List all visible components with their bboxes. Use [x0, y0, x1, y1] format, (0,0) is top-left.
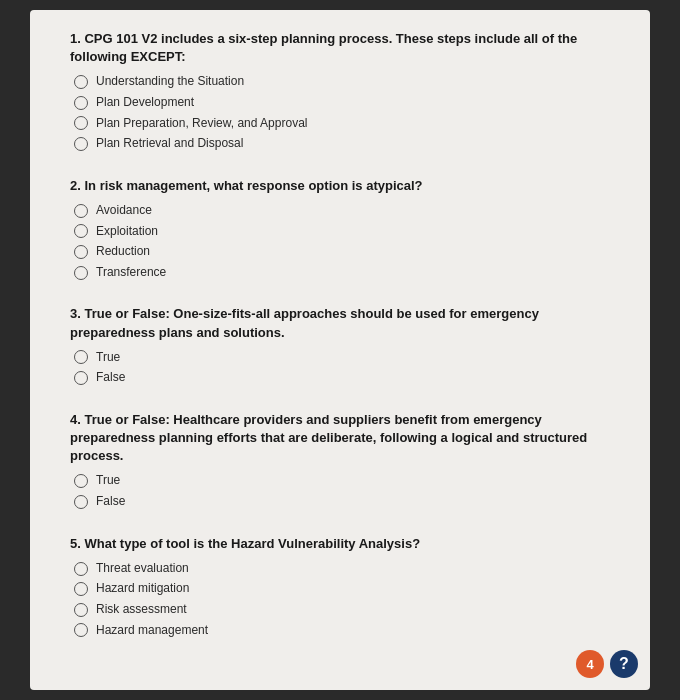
- radio-q1-3[interactable]: [74, 137, 88, 151]
- question-2-text: 2. In risk management, what response opt…: [60, 177, 620, 195]
- question-block-1: 1. CPG 101 V2 includes a six-step planni…: [60, 30, 620, 152]
- radio-q5-3[interactable]: [74, 623, 88, 637]
- divider-1: [60, 170, 620, 171]
- question-block-2: 2. In risk management, what response opt…: [60, 177, 620, 281]
- q2-option-2[interactable]: Reduction: [60, 244, 620, 260]
- q1-option-0[interactable]: Understanding the Situation: [60, 74, 620, 90]
- q5-option-0[interactable]: Threat evaluation: [60, 561, 620, 577]
- question-3-text: 3. True or False: One-size-fits-all appr…: [60, 305, 620, 341]
- badge-container: 4 ?: [576, 650, 638, 678]
- divider-2: [60, 298, 620, 299]
- q2-option-1-label: Exploitation: [96, 224, 158, 240]
- q5-option-2-label: Risk assessment: [96, 602, 187, 618]
- q4-option-1[interactable]: False: [60, 494, 620, 510]
- q3-option-1-label: False: [96, 370, 125, 386]
- badge-question-mark[interactable]: ?: [610, 650, 638, 678]
- question-4-body: True or False: Healthcare providers and …: [70, 412, 587, 463]
- question-5-text: 5. What type of tool is the Hazard Vulne…: [60, 535, 620, 553]
- question-3-number: 3.: [70, 306, 81, 321]
- badge-number[interactable]: 4: [576, 650, 604, 678]
- question-block-5: 5. What type of tool is the Hazard Vulne…: [60, 535, 620, 639]
- q1-option-1-label: Plan Development: [96, 95, 194, 111]
- question-4-number: 4.: [70, 412, 81, 427]
- question-3-body: True or False: One-size-fits-all approac…: [70, 306, 539, 339]
- divider-4: [60, 528, 620, 529]
- question-5-number: 5.: [70, 536, 81, 551]
- page-container: 1. CPG 101 V2 includes a six-step planni…: [30, 10, 650, 690]
- q3-option-1[interactable]: False: [60, 370, 620, 386]
- q5-option-2[interactable]: Risk assessment: [60, 602, 620, 618]
- divider-3: [60, 404, 620, 405]
- q1-option-2[interactable]: Plan Preparation, Review, and Approval: [60, 116, 620, 132]
- q5-option-1[interactable]: Hazard mitigation: [60, 581, 620, 597]
- question-1-number: 1.: [70, 31, 81, 46]
- q1-option-1[interactable]: Plan Development: [60, 95, 620, 111]
- q2-option-2-label: Reduction: [96, 244, 150, 260]
- question-2-body: In risk management, what response option…: [84, 178, 422, 193]
- question-1-text: 1. CPG 101 V2 includes a six-step planni…: [60, 30, 620, 66]
- radio-q5-2[interactable]: [74, 603, 88, 617]
- question-5-body: What type of tool is the Hazard Vulnerab…: [84, 536, 420, 551]
- question-4-text: 4. True or False: Healthcare providers a…: [60, 411, 620, 466]
- radio-q4-1[interactable]: [74, 495, 88, 509]
- radio-q2-1[interactable]: [74, 224, 88, 238]
- q1-option-3[interactable]: Plan Retrieval and Disposal: [60, 136, 620, 152]
- q1-option-2-label: Plan Preparation, Review, and Approval: [96, 116, 307, 132]
- q4-option-1-label: False: [96, 494, 125, 510]
- radio-q4-0[interactable]: [74, 474, 88, 488]
- radio-q5-1[interactable]: [74, 582, 88, 596]
- question-block-4: 4. True or False: Healthcare providers a…: [60, 411, 620, 510]
- q2-option-3-label: Transference: [96, 265, 166, 281]
- q5-option-3[interactable]: Hazard management: [60, 623, 620, 639]
- question-1-body: CPG 101 V2 includes a six-step planning …: [70, 31, 577, 64]
- q5-option-3-label: Hazard management: [96, 623, 208, 639]
- question-2-number: 2.: [70, 178, 81, 193]
- radio-q1-2[interactable]: [74, 116, 88, 130]
- q2-option-0-label: Avoidance: [96, 203, 152, 219]
- question-block-3: 3. True or False: One-size-fits-all appr…: [60, 305, 620, 386]
- radio-q1-0[interactable]: [74, 75, 88, 89]
- q3-option-0-label: True: [96, 350, 120, 366]
- q1-option-3-label: Plan Retrieval and Disposal: [96, 136, 243, 152]
- radio-q2-2[interactable]: [74, 245, 88, 259]
- q5-option-1-label: Hazard mitigation: [96, 581, 189, 597]
- q5-option-0-label: Threat evaluation: [96, 561, 189, 577]
- radio-q2-0[interactable]: [74, 204, 88, 218]
- q1-option-0-label: Understanding the Situation: [96, 74, 244, 90]
- radio-q2-3[interactable]: [74, 266, 88, 280]
- q2-option-1[interactable]: Exploitation: [60, 224, 620, 240]
- q3-option-0[interactable]: True: [60, 350, 620, 366]
- radio-q5-0[interactable]: [74, 562, 88, 576]
- q4-option-0[interactable]: True: [60, 473, 620, 489]
- radio-q3-1[interactable]: [74, 371, 88, 385]
- radio-q1-1[interactable]: [74, 96, 88, 110]
- q4-option-0-label: True: [96, 473, 120, 489]
- radio-q3-0[interactable]: [74, 350, 88, 364]
- q2-option-0[interactable]: Avoidance: [60, 203, 620, 219]
- q2-option-3[interactable]: Transference: [60, 265, 620, 281]
